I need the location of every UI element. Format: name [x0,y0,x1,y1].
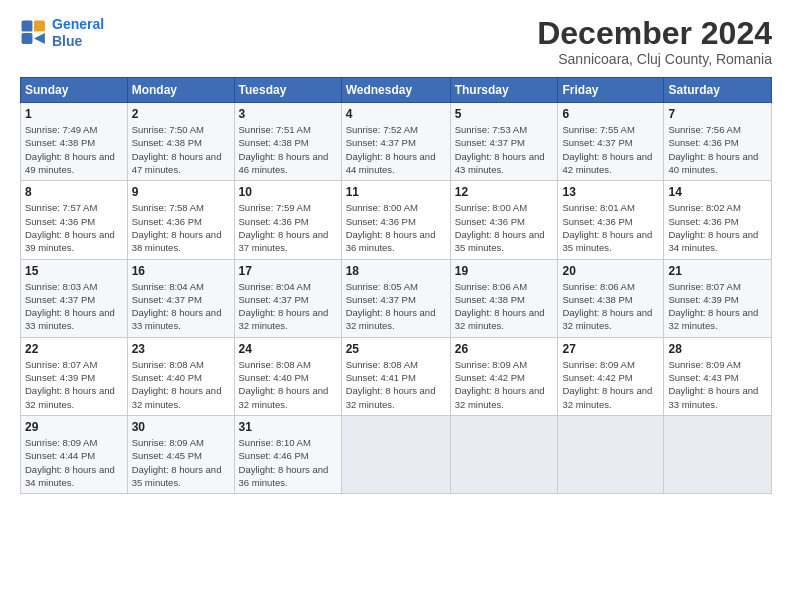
calendar-week-2: 8Sunrise: 7:57 AMSunset: 4:36 PMDaylight… [21,181,772,259]
calendar-cell: 20Sunrise: 8:06 AMSunset: 4:38 PMDayligh… [558,259,664,337]
calendar-cell: 25Sunrise: 8:08 AMSunset: 4:41 PMDayligh… [341,337,450,415]
day-number: 25 [346,342,446,356]
day-detail: Sunrise: 8:04 AMSunset: 4:37 PMDaylight:… [132,280,230,333]
day-detail: Sunrise: 8:00 AMSunset: 4:36 PMDaylight:… [346,201,446,254]
calendar-cell [450,415,558,493]
day-detail: Sunrise: 8:08 AMSunset: 4:40 PMDaylight:… [239,358,337,411]
calendar-cell: 10Sunrise: 7:59 AMSunset: 4:36 PMDayligh… [234,181,341,259]
day-number: 21 [668,264,767,278]
logo-line1: General [52,16,104,32]
calendar-cell: 18Sunrise: 8:05 AMSunset: 4:37 PMDayligh… [341,259,450,337]
day-number: 15 [25,264,123,278]
day-detail: Sunrise: 8:02 AMSunset: 4:36 PMDaylight:… [668,201,767,254]
day-number: 27 [562,342,659,356]
day-number: 24 [239,342,337,356]
calendar-cell: 19Sunrise: 8:06 AMSunset: 4:38 PMDayligh… [450,259,558,337]
calendar-header-row: Sunday Monday Tuesday Wednesday Thursday… [21,78,772,103]
day-number: 9 [132,185,230,199]
day-detail: Sunrise: 7:50 AMSunset: 4:38 PMDaylight:… [132,123,230,176]
day-detail: Sunrise: 8:09 AMSunset: 4:44 PMDaylight:… [25,436,123,489]
day-number: 6 [562,107,659,121]
day-detail: Sunrise: 8:08 AMSunset: 4:41 PMDaylight:… [346,358,446,411]
day-detail: Sunrise: 8:06 AMSunset: 4:38 PMDaylight:… [455,280,554,333]
calendar-cell: 12Sunrise: 8:00 AMSunset: 4:36 PMDayligh… [450,181,558,259]
calendar-cell: 21Sunrise: 8:07 AMSunset: 4:39 PMDayligh… [664,259,772,337]
calendar-week-5: 29Sunrise: 8:09 AMSunset: 4:44 PMDayligh… [21,415,772,493]
calendar-week-1: 1Sunrise: 7:49 AMSunset: 4:38 PMDaylight… [21,103,772,181]
header-tuesday: Tuesday [234,78,341,103]
day-detail: Sunrise: 8:07 AMSunset: 4:39 PMDaylight:… [668,280,767,333]
day-detail: Sunrise: 7:58 AMSunset: 4:36 PMDaylight:… [132,201,230,254]
calendar-cell: 16Sunrise: 8:04 AMSunset: 4:37 PMDayligh… [127,259,234,337]
day-detail: Sunrise: 8:09 AMSunset: 4:42 PMDaylight:… [562,358,659,411]
calendar-cell: 4Sunrise: 7:52 AMSunset: 4:37 PMDaylight… [341,103,450,181]
calendar-cell: 13Sunrise: 8:01 AMSunset: 4:36 PMDayligh… [558,181,664,259]
calendar-cell: 27Sunrise: 8:09 AMSunset: 4:42 PMDayligh… [558,337,664,415]
day-number: 11 [346,185,446,199]
day-detail: Sunrise: 7:52 AMSunset: 4:37 PMDaylight:… [346,123,446,176]
svg-rect-2 [22,33,33,44]
day-detail: Sunrise: 8:06 AMSunset: 4:38 PMDaylight:… [562,280,659,333]
day-number: 2 [132,107,230,121]
day-number: 16 [132,264,230,278]
day-detail: Sunrise: 7:57 AMSunset: 4:36 PMDaylight:… [25,201,123,254]
day-detail: Sunrise: 7:53 AMSunset: 4:37 PMDaylight:… [455,123,554,176]
header-sunday: Sunday [21,78,128,103]
day-detail: Sunrise: 7:51 AMSunset: 4:38 PMDaylight:… [239,123,337,176]
calendar-cell: 7Sunrise: 7:56 AMSunset: 4:36 PMDaylight… [664,103,772,181]
calendar-cell: 5Sunrise: 7:53 AMSunset: 4:37 PMDaylight… [450,103,558,181]
calendar-cell: 1Sunrise: 7:49 AMSunset: 4:38 PMDaylight… [21,103,128,181]
month-title: December 2024 [537,16,772,51]
svg-rect-1 [34,20,45,31]
logo-icon [20,19,48,47]
day-detail: Sunrise: 7:59 AMSunset: 4:36 PMDaylight:… [239,201,337,254]
calendar-cell [341,415,450,493]
calendar-cell: 26Sunrise: 8:09 AMSunset: 4:42 PMDayligh… [450,337,558,415]
day-number: 29 [25,420,123,434]
calendar-week-3: 15Sunrise: 8:03 AMSunset: 4:37 PMDayligh… [21,259,772,337]
calendar-cell: 31Sunrise: 8:10 AMSunset: 4:46 PMDayligh… [234,415,341,493]
logo-line2: Blue [52,33,82,49]
logo-text: General Blue [52,16,104,50]
day-number: 18 [346,264,446,278]
header-wednesday: Wednesday [341,78,450,103]
day-number: 8 [25,185,123,199]
calendar-week-4: 22Sunrise: 8:07 AMSunset: 4:39 PMDayligh… [21,337,772,415]
calendar-cell: 28Sunrise: 8:09 AMSunset: 4:43 PMDayligh… [664,337,772,415]
calendar-cell: 3Sunrise: 7:51 AMSunset: 4:38 PMDaylight… [234,103,341,181]
calendar-cell: 24Sunrise: 8:08 AMSunset: 4:40 PMDayligh… [234,337,341,415]
svg-marker-3 [34,33,45,44]
day-number: 31 [239,420,337,434]
day-number: 10 [239,185,337,199]
day-detail: Sunrise: 8:09 AMSunset: 4:42 PMDaylight:… [455,358,554,411]
day-number: 7 [668,107,767,121]
svg-rect-0 [22,20,33,31]
day-detail: Sunrise: 7:56 AMSunset: 4:36 PMDaylight:… [668,123,767,176]
day-detail: Sunrise: 8:08 AMSunset: 4:40 PMDaylight:… [132,358,230,411]
calendar-cell: 15Sunrise: 8:03 AMSunset: 4:37 PMDayligh… [21,259,128,337]
calendar-cell: 6Sunrise: 7:55 AMSunset: 4:37 PMDaylight… [558,103,664,181]
day-number: 23 [132,342,230,356]
day-number: 13 [562,185,659,199]
calendar-cell [558,415,664,493]
day-detail: Sunrise: 7:55 AMSunset: 4:37 PMDaylight:… [562,123,659,176]
day-detail: Sunrise: 8:04 AMSunset: 4:37 PMDaylight:… [239,280,337,333]
day-detail: Sunrise: 8:09 AMSunset: 4:45 PMDaylight:… [132,436,230,489]
day-number: 30 [132,420,230,434]
calendar-cell: 9Sunrise: 7:58 AMSunset: 4:36 PMDaylight… [127,181,234,259]
calendar-cell: 14Sunrise: 8:02 AMSunset: 4:36 PMDayligh… [664,181,772,259]
day-detail: Sunrise: 8:09 AMSunset: 4:43 PMDaylight:… [668,358,767,411]
day-number: 12 [455,185,554,199]
day-detail: Sunrise: 8:10 AMSunset: 4:46 PMDaylight:… [239,436,337,489]
day-detail: Sunrise: 8:07 AMSunset: 4:39 PMDaylight:… [25,358,123,411]
calendar-cell: 29Sunrise: 8:09 AMSunset: 4:44 PMDayligh… [21,415,128,493]
calendar-cell: 23Sunrise: 8:08 AMSunset: 4:40 PMDayligh… [127,337,234,415]
day-number: 3 [239,107,337,121]
location-subtitle: Sannicoara, Cluj County, Romania [537,51,772,67]
calendar-cell: 8Sunrise: 7:57 AMSunset: 4:36 PMDaylight… [21,181,128,259]
header-friday: Friday [558,78,664,103]
day-detail: Sunrise: 8:05 AMSunset: 4:37 PMDaylight:… [346,280,446,333]
calendar-cell: 22Sunrise: 8:07 AMSunset: 4:39 PMDayligh… [21,337,128,415]
day-detail: Sunrise: 8:03 AMSunset: 4:37 PMDaylight:… [25,280,123,333]
day-number: 20 [562,264,659,278]
